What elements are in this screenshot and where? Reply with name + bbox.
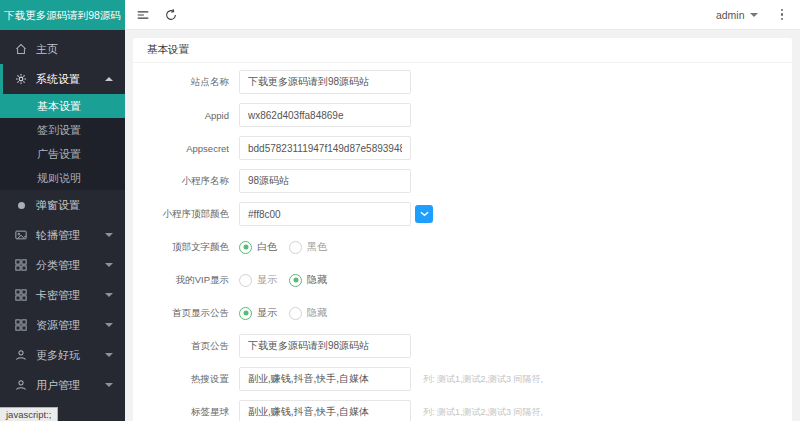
radio-icon: [289, 241, 302, 254]
radio-option-show[interactable]: 显示: [239, 306, 277, 320]
field-label: 顶部文字颜色: [147, 241, 229, 254]
chevron-down-icon: [105, 233, 113, 237]
circle-icon: [14, 198, 28, 212]
sidebar-nav: 主页 系统设置 基本设置 签到设置 广告设置 规则说明 弹窗设置: [0, 30, 125, 421]
field-appid: Appid: [147, 103, 778, 127]
color-picker-dropdown-button[interactable]: [415, 205, 433, 223]
chevron-down-icon: [420, 211, 429, 217]
sidebar-item-category[interactable]: 分类管理: [0, 250, 125, 280]
field-hot-search: 热搜设置 列: 测试1,测试2,测试3 间隔符,: [147, 367, 778, 391]
home-notice-input[interactable]: [239, 334, 411, 358]
collapse-sidebar-icon[interactable]: [129, 0, 157, 30]
sidebar-subitem-ad-settings[interactable]: 广告设置: [0, 142, 125, 166]
sidebar-item-label: 资源管理: [36, 318, 80, 333]
radio-icon: [239, 307, 252, 320]
hot-search-input[interactable]: [239, 367, 411, 391]
radio-label: 白色: [257, 240, 277, 254]
sidebar-item-label: 轮播管理: [36, 228, 80, 243]
sidebar-item-home[interactable]: 主页: [0, 34, 125, 64]
chevron-down-icon: [105, 293, 113, 297]
radio-option-hide[interactable]: 隐藏: [289, 306, 327, 320]
field-hint: 列: 测试1,测试2,测试3 间隔符,: [423, 373, 543, 386]
link-preview-statusbar: javascript:;: [0, 407, 58, 421]
chevron-down-icon: [105, 263, 113, 267]
sidebar-item-popup-settings[interactable]: 弹窗设置: [0, 190, 125, 220]
field-tag-planet: 标签星球 列: 测试1,测试2,测试3 间隔符,: [147, 400, 778, 421]
sidebar-item-label: 弹窗设置: [36, 198, 80, 213]
sidebar-item-label: 卡密管理: [36, 288, 80, 303]
sidebar-item-label: 用户管理: [36, 378, 80, 393]
user-icon: [14, 348, 28, 362]
admin-username: admin: [716, 9, 745, 21]
field-label: 标签星球: [147, 406, 229, 419]
radio-vip-display: 我的VIP显示 显示 隐藏: [147, 268, 778, 292]
app-logo[interactable]: 下载更多源码请到98源码: [0, 0, 125, 30]
radio-label: 显示: [257, 273, 277, 287]
field-home-notice: 首页公告: [147, 334, 778, 358]
user-icon: [14, 378, 28, 392]
field-hint: 列: 测试1,测试2,测试3 间隔符,: [423, 406, 543, 419]
radio-label: 隐藏: [307, 273, 327, 287]
main-area: admin 基本设置 站点名称 Appid: [125, 0, 800, 421]
field-appsecret: Appsecret: [147, 136, 778, 160]
field-label: Appsecret: [147, 143, 229, 154]
sidebar-subitem-checkin-settings[interactable]: 签到设置: [0, 118, 125, 142]
system-settings-submenu: 基本设置 签到设置 广告设置 规则说明: [0, 94, 125, 190]
chevron-down-icon: [750, 13, 758, 17]
radio-option-black[interactable]: 黑色: [289, 240, 327, 254]
radio-option-show[interactable]: 显示: [239, 273, 277, 287]
sidebar-item-carousel[interactable]: 轮播管理: [0, 220, 125, 250]
appsecret-input[interactable]: [239, 136, 411, 160]
refresh-icon[interactable]: [157, 0, 185, 30]
field-label: 首页显示公告: [147, 307, 229, 320]
radio-home-notice-display: 首页显示公告 显示 隐藏: [147, 301, 778, 325]
appid-input[interactable]: [239, 103, 411, 127]
field-label: 热搜设置: [147, 373, 229, 386]
gear-icon: [14, 72, 28, 86]
chevron-down-icon: [105, 353, 113, 357]
admin-menu[interactable]: admin: [716, 9, 758, 21]
radio-label: 显示: [257, 306, 277, 320]
admin-app: 下载更多源码请到98源码 主页 系统设置 基本设置 签到设置 广告设置 规则说明: [0, 0, 800, 421]
field-top-color: 小程序顶部颜色: [147, 202, 778, 226]
sidebar-subitem-rules[interactable]: 规则说明: [0, 166, 125, 190]
radio-label: 隐藏: [307, 306, 327, 320]
radio-group: 显示 隐藏: [239, 306, 339, 320]
sidebar-item-label: 分类管理: [36, 258, 80, 273]
tag-planet-input[interactable]: [239, 400, 411, 421]
settings-form: 站点名称 Appid Appsecret 小程序名称: [133, 63, 792, 421]
field-label: Appid: [147, 110, 229, 121]
field-label: 小程序顶部颜色: [147, 208, 229, 221]
chevron-up-icon: [105, 77, 113, 81]
grid-icon: [14, 288, 28, 302]
chevron-down-icon: [105, 383, 113, 387]
home-icon: [14, 42, 28, 56]
field-label: 小程序名称: [147, 175, 229, 188]
field-label: 站点名称: [147, 76, 229, 89]
field-site-name: 站点名称: [147, 70, 778, 94]
content: 基本设置 站点名称 Appid Appsecret: [125, 30, 800, 421]
radio-icon: [289, 307, 302, 320]
sidebar-item-label: 系统设置: [36, 72, 80, 87]
top-color-input[interactable]: [239, 202, 411, 226]
miniapp-name-input[interactable]: [239, 169, 411, 193]
radio-icon: [239, 274, 252, 287]
site-name-input[interactable]: [239, 70, 411, 94]
sidebar-item-system-settings[interactable]: 系统设置: [0, 64, 125, 94]
grid-icon: [14, 318, 28, 332]
sidebar-item-cardkey[interactable]: 卡密管理: [0, 280, 125, 310]
radio-option-hide[interactable]: 隐藏: [289, 273, 327, 287]
sidebar-subitem-basic-settings[interactable]: 基本设置: [0, 94, 125, 118]
field-label: 首页公告: [147, 340, 229, 353]
radio-option-white[interactable]: 白色: [239, 240, 277, 254]
sidebar-item-more-fun[interactable]: 更多好玩: [0, 340, 125, 370]
sidebar-item-resource[interactable]: 资源管理: [0, 310, 125, 340]
grid-icon: [14, 258, 28, 272]
image-icon: [14, 228, 28, 242]
radio-group: 白色 黑色: [239, 240, 339, 254]
radio-icon: [239, 241, 252, 254]
sidebar-item-user-management[interactable]: 用户管理: [0, 370, 125, 400]
radio-icon: [289, 274, 302, 287]
more-options-icon[interactable]: [778, 6, 787, 24]
radio-label: 黑色: [307, 240, 327, 254]
